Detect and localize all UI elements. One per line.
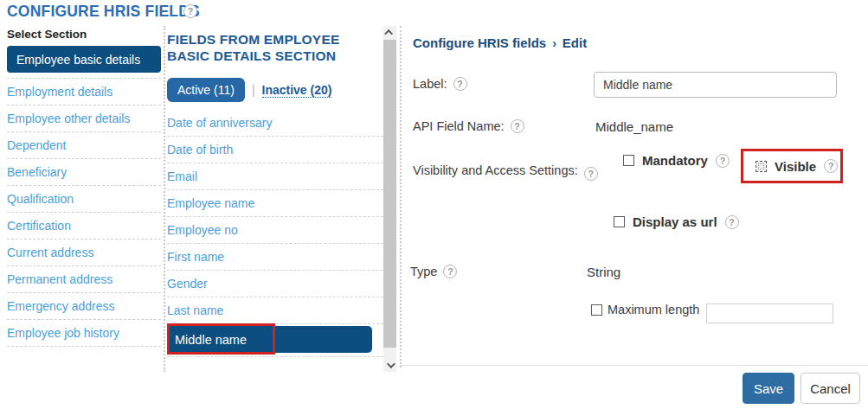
visible-checkbox[interactable]	[755, 161, 767, 172]
sidebar-item-employment-details[interactable]: Employment details	[7, 79, 161, 105]
mandatory-checkbox[interactable]	[623, 155, 634, 166]
field-item-gender[interactable]: Gender	[167, 271, 383, 297]
field-item-date-of-anniversary[interactable]: Date of anniversary	[167, 110, 383, 137]
sidebar-item-dependent[interactable]: Dependent	[7, 132, 161, 159]
chevron-down-icon	[387, 360, 395, 368]
sidebar-item-current-address[interactable]: Current address	[7, 240, 161, 266]
page-title: CONFIGURE HRIS FIELDS	[7, 3, 200, 21]
scroll-up-button[interactable]	[383, 26, 396, 39]
sidebar-item-permanent-address[interactable]: Permanent address	[7, 266, 161, 293]
breadcrumb: Configure HRIS fields › Edit	[413, 35, 587, 50]
mandatory-option: Mandatory ?	[623, 153, 730, 168]
sidebar-item-beneficiary[interactable]: Beneficiary	[7, 159, 161, 186]
sidebar-list: Employment details Employee other detail…	[7, 78, 161, 347]
sidebar-item-employee-basic-details-selected[interactable]: Employee basic details	[7, 46, 161, 73]
visibility-caption: Visibility and Access Settings: ?	[413, 159, 598, 181]
mandatory-label: Mandatory	[642, 153, 708, 168]
annotation-box-middle-name	[167, 323, 275, 355]
configure-hris-fields-page: CONFIGURE HRIS FIELDS ? Select Section E…	[0, 0, 868, 409]
api-field-caption: API Field Name: ?	[413, 119, 524, 133]
sidebar-item-employee-job-history[interactable]: Employee job history	[7, 320, 161, 347]
visibility-text: Visibility and Access Settings:	[413, 163, 578, 177]
maximum-length-option: Maximum length	[591, 303, 699, 316]
label-text: Label:	[413, 77, 447, 91]
sidebar-item-employee-other-details[interactable]: Employee other details	[7, 105, 161, 132]
chevron-up-icon	[384, 29, 393, 38]
field-list: Date of anniversary Date of birth Email …	[167, 110, 383, 357]
panel-divider	[400, 26, 402, 367]
field-item-date-of-birth[interactable]: Date of birth	[167, 137, 383, 163]
api-field-text: API Field Name:	[413, 119, 505, 133]
field-item-employee-name[interactable]: Employee name	[167, 190, 383, 217]
save-button[interactable]: Save	[743, 373, 794, 404]
tab-inactive[interactable]: Inactive (20)	[262, 83, 332, 98]
sidebar-item-certification[interactable]: Certification	[7, 213, 161, 240]
field-item-email[interactable]: Email	[167, 163, 383, 190]
section-sidebar: Select Section Employee basic details Em…	[7, 28, 161, 347]
label-input[interactable]	[594, 72, 837, 98]
field-item-employee-no[interactable]: Employee no	[167, 217, 383, 244]
breadcrumb-parent[interactable]: Configure HRIS fields	[413, 35, 546, 50]
fields-panel-heading: FIELDS FROM EMPLOYEE BASIC DETAILS SECTI…	[167, 31, 383, 64]
help-icon[interactable]: ?	[716, 154, 730, 168]
help-icon[interactable]: ?	[183, 4, 197, 18]
type-text: Type	[410, 265, 437, 278]
cancel-button[interactable]: Cancel	[800, 373, 860, 404]
sidebar-selected-label: Employee basic details	[16, 53, 140, 67]
panel-divider	[164, 26, 165, 372]
maximum-length-checkbox[interactable]	[591, 304, 602, 316]
help-icon[interactable]: ?	[725, 215, 739, 229]
breadcrumb-current: Edit	[563, 35, 587, 50]
display-as-url-checkbox[interactable]	[614, 216, 625, 227]
help-icon[interactable]: ?	[453, 77, 467, 91]
field-item-first-name[interactable]: First name	[167, 244, 383, 271]
chevron-right-icon: ›	[552, 36, 556, 50]
scrollbar-thumb[interactable]	[383, 40, 396, 348]
field-item-last-name[interactable]: Last name	[167, 297, 383, 324]
sidebar-heading: Select Section	[7, 28, 161, 46]
annotation-box-visible: Visible ?	[741, 149, 843, 183]
help-icon[interactable]: ?	[584, 167, 598, 181]
sidebar-item-qualification[interactable]: Qualification	[7, 186, 161, 213]
help-icon[interactable]: ?	[443, 265, 457, 278]
visible-label: Visible	[775, 159, 816, 174]
maximum-length-input[interactable]	[706, 304, 833, 323]
tab-separator: |	[252, 83, 255, 97]
sidebar-item-emergency-address[interactable]: Emergency address	[7, 293, 161, 320]
fields-tabs: Active (11) | Inactive (20)	[167, 77, 383, 103]
fields-panel: FIELDS FROM EMPLOYEE BASIC DETAILS SECTI…	[167, 31, 383, 357]
display-as-url-option: Display as url ?	[614, 214, 739, 229]
display-as-url-label: Display as url	[633, 214, 717, 229]
tab-active[interactable]: Active (11)	[167, 78, 245, 102]
fields-scrollbar[interactable]	[383, 26, 396, 372]
divider	[400, 365, 868, 366]
help-icon[interactable]: ?	[511, 119, 524, 133]
scroll-down-button[interactable]	[383, 359, 396, 372]
type-value: String	[587, 265, 620, 279]
help-icon[interactable]: ?	[824, 159, 838, 173]
label-field-caption: Label: ?	[413, 77, 467, 91]
type-caption: Type ?	[410, 265, 457, 278]
maximum-length-label: Maximum length	[608, 303, 699, 316]
api-field-value: Middle_name	[595, 119, 673, 134]
